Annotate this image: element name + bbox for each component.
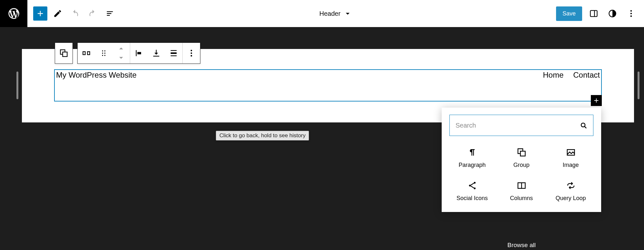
site-title-block[interactable]: My WordPress Website xyxy=(56,71,137,80)
nav-link-contact[interactable]: Contact xyxy=(573,71,600,80)
template-selector[interactable]: Header xyxy=(319,9,352,18)
block-inserter-popover: Paragraph Group Image Social Icons Colum… xyxy=(442,108,601,212)
share-icon xyxy=(467,181,477,190)
chevron-up-icon xyxy=(117,44,126,53)
svg-rect-0 xyxy=(591,11,597,17)
undo-button[interactable] xyxy=(68,6,82,21)
svg-point-11 xyxy=(104,50,106,52)
svg-rect-17 xyxy=(137,52,141,54)
svg-point-32 xyxy=(474,188,476,189)
browse-all-button[interactable]: Browse all xyxy=(507,242,536,249)
svg-point-12 xyxy=(102,53,103,54)
more-vertical-icon xyxy=(187,49,196,58)
svg-rect-9 xyxy=(88,52,90,54)
svg-rect-8 xyxy=(83,52,85,54)
drag-handle[interactable] xyxy=(95,43,112,63)
vertical-align-icon xyxy=(169,49,178,58)
inserter-block-query-loop[interactable]: Query Loop xyxy=(548,178,593,204)
svg-point-4 xyxy=(630,13,632,14)
svg-point-23 xyxy=(191,53,192,54)
tools-button[interactable] xyxy=(51,6,65,21)
paragraph-icon xyxy=(467,148,477,157)
search-icon xyxy=(580,121,587,129)
columns-icon xyxy=(517,181,526,190)
row-variation-button[interactable] xyxy=(78,43,95,63)
svg-rect-19 xyxy=(171,53,177,54)
group-icon xyxy=(59,49,68,58)
resize-handle-right[interactable] xyxy=(638,72,639,99)
list-view-icon xyxy=(105,9,114,18)
svg-point-10 xyxy=(102,50,103,52)
row-icon xyxy=(82,49,91,58)
svg-line-33 xyxy=(471,183,474,185)
chevron-down-icon xyxy=(117,53,126,62)
chevron-down-icon xyxy=(343,9,352,18)
plus-icon xyxy=(593,97,600,104)
inserter-block-group[interactable]: Group xyxy=(499,145,544,171)
group-icon xyxy=(517,148,526,157)
svg-point-3 xyxy=(630,10,632,12)
align-button[interactable] xyxy=(148,43,165,63)
styles-icon xyxy=(608,9,617,18)
svg-rect-28 xyxy=(520,151,525,156)
nav-link-home[interactable]: Home xyxy=(543,71,563,80)
svg-rect-21 xyxy=(171,55,177,56)
block-toolbar xyxy=(55,43,200,64)
svg-point-30 xyxy=(474,182,476,184)
block-options-button[interactable] xyxy=(183,43,200,63)
plus-icon xyxy=(36,9,45,18)
svg-point-15 xyxy=(104,55,106,56)
svg-rect-20 xyxy=(171,50,177,51)
inserter-block-paragraph[interactable]: Paragraph xyxy=(449,145,495,171)
editor-topbar: Header Save xyxy=(27,0,644,27)
svg-point-25 xyxy=(581,123,585,127)
undo-icon xyxy=(71,9,80,18)
svg-line-34 xyxy=(471,186,474,188)
back-history-tooltip: Click to go back, hold to see history xyxy=(216,131,309,140)
svg-point-24 xyxy=(191,55,192,57)
svg-point-31 xyxy=(469,185,471,187)
resize-handle-left[interactable] xyxy=(16,72,18,99)
svg-rect-18 xyxy=(153,56,159,56)
svg-point-13 xyxy=(104,53,106,54)
options-button[interactable] xyxy=(624,6,638,21)
svg-point-5 xyxy=(630,15,632,17)
navigation-block[interactable]: Home Contact xyxy=(543,71,600,80)
inserter-block-social-icons[interactable]: Social Icons xyxy=(449,178,495,204)
inserter-search[interactable] xyxy=(449,115,593,136)
move-up-down-button[interactable] xyxy=(112,43,130,63)
wordpress-logo-icon xyxy=(7,7,20,20)
settings-sidebar-toggle[interactable] xyxy=(587,6,601,21)
vertical-align-button[interactable] xyxy=(165,43,182,63)
loop-icon xyxy=(566,181,576,190)
justify-button[interactable] xyxy=(130,43,148,63)
header-row-block[interactable]: My WordPress Website Home Contact xyxy=(54,69,602,101)
add-block-button[interactable] xyxy=(591,95,602,106)
document-overview-button[interactable] xyxy=(103,6,117,21)
svg-line-26 xyxy=(585,127,586,128)
justify-left-icon xyxy=(134,49,143,58)
template-label: Header xyxy=(319,10,341,17)
image-icon xyxy=(566,148,576,157)
redo-button[interactable] xyxy=(85,6,100,21)
inserter-toggle-button[interactable] xyxy=(33,6,47,21)
wordpress-home-button[interactable] xyxy=(0,0,27,27)
pencil-icon xyxy=(53,9,62,18)
more-vertical-icon xyxy=(627,9,636,18)
redo-icon xyxy=(88,9,97,18)
inserter-block-columns[interactable]: Columns xyxy=(499,178,544,204)
svg-rect-7 xyxy=(63,52,67,57)
styles-toggle[interactable] xyxy=(605,6,620,21)
inserter-search-input[interactable] xyxy=(456,122,576,129)
sidebar-icon xyxy=(589,9,598,18)
inserter-block-image[interactable]: Image xyxy=(548,145,593,171)
align-icon xyxy=(152,49,161,58)
drag-icon xyxy=(99,49,108,58)
block-type-group-button[interactable] xyxy=(55,43,72,63)
svg-point-22 xyxy=(191,50,192,52)
save-button[interactable]: Save xyxy=(556,6,582,21)
svg-point-14 xyxy=(102,55,103,56)
